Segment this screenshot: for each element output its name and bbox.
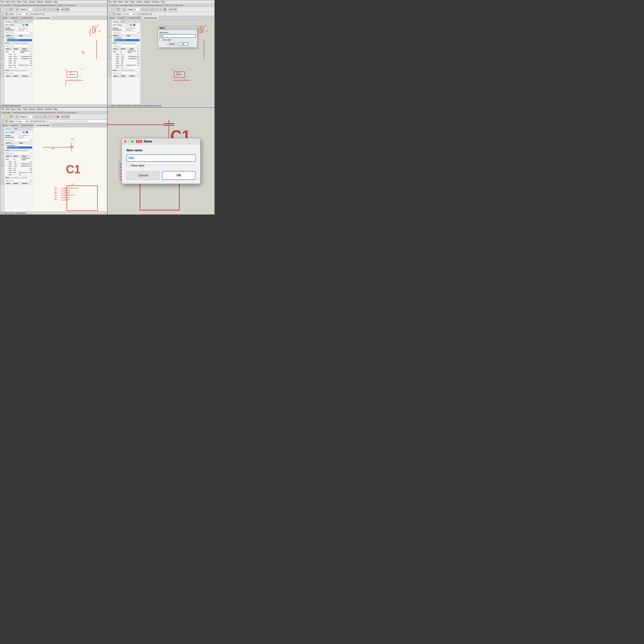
items-col-type-q1[interactable]: Type ▲ [5,75,13,77]
col-name-q1[interactable]: Name ▲ [5,35,19,37]
part-us1-q1[interactable]: →PartUS1LEDFAB1206ea [7,55,32,58]
tab-design-q2[interactable]: Design Manager [142,16,159,20]
browser-tab-browser-q1[interactable]: Browser [5,20,13,23]
vert-btn-warn[interactable]: ⚠ [1,74,4,77]
items-col-parent-q1[interactable]: Parent [22,75,32,77]
panel-refresh-btn-q1[interactable]: ↺ [27,20,30,23]
new-q3[interactable]: 📄 [1,115,5,119]
tab-selection-q2[interactable]: Selection Filter [127,16,142,20]
info-icon-q1[interactable]: ? [26,24,28,26]
vert-q3-warn[interactable]: ⚠ [1,181,4,185]
vert-q2-10[interactable]: AB [108,56,111,60]
part-us1-q3[interactable]: →PartUS1LEDFAB1206ea [7,163,32,165]
menu-file[interactable]: File [1,1,4,3]
zoom-btn-large[interactable] [131,140,134,143]
part-c1-q3[interactable]: →PartC1ea [7,161,32,163]
part-r2-q2[interactable]: →PartR2ea [114,62,139,64]
brd-q2[interactable]: BRD [173,7,177,11]
save-btn[interactable]: 💾 [9,7,13,11]
menu-help[interactable]: Help [53,1,58,3]
vert-btn-8[interactable]: T [1,49,4,52]
all-sheets-q3[interactable]: ▼All Sheets [5,144,32,146]
menu-edit-q2[interactable]: Edit [113,1,116,3]
part-us1-q2[interactable]: →PartUS1LEDFAB1206ea [114,55,139,58]
zoom-in-q3[interactable]: 🔍+ [34,115,38,119]
items-list-btn-q1[interactable]: ≡ [31,72,32,75]
filter-tab-q3[interactable]: Filter [13,127,19,130]
place-label-checkbox-small[interactable] [160,38,162,41]
open-btn[interactable]: 📂 [5,7,9,11]
parts-val-col-q3[interactable]: Value [22,155,32,157]
undo-btn[interactable]: ↩ [47,7,51,11]
filter-tab-q2[interactable]: Filter [120,20,126,23]
panel-more-btn-q1[interactable]: ⋯ [30,20,33,23]
zoom-in-q2[interactable]: 🔍+ [141,7,145,11]
part-r1-q3[interactable]: →PartR1ea [7,167,32,169]
search-inp-q3[interactable] [8,139,30,141]
command-input-q3[interactable] [47,120,106,123]
canvas-q1[interactable]: LEDFAB12 US2 S2 + 3 [33,20,107,104]
layer-select[interactable]: 91 Nets [15,12,28,16]
part-u1-q1[interactable]: PartU1ATTINY1614-SSNRA↑ [5,50,32,53]
parts-val-col-q2[interactable]: Value [129,48,139,50]
move-q2[interactable]: ✥ [112,12,115,16]
tab-sheets-q3[interactable]: Sheets [0,123,9,127]
vert-btn-2[interactable]: + [1,24,4,28]
canvas-q3[interactable]: C1 N$2 C1 U1 N$3 [33,127,107,212]
vert-btn-13[interactable]: ≈ [1,70,4,74]
part-us2-q2[interactable]: →PartUS2LEDFAB1206ea [114,58,139,60]
panel-more-btn-q2[interactable]: ⋯ [137,20,140,23]
items-col-name-q1[interactable]: Name [13,75,22,77]
zoom-in-btn[interactable]: 🔍+ [34,7,38,11]
menu-edit[interactable]: Edit [6,1,9,3]
save-q3[interactable]: 💾 [9,115,13,119]
stop-q3[interactable]: ⬤ [56,115,60,119]
parts-col-name-q1[interactable]: Name [13,48,22,50]
vert-q2-4[interactable]: ∿ [108,32,111,35]
col-name-q2[interactable]: Name ▲ [113,35,126,37]
arrow-btn[interactable]: ↖ [1,12,4,16]
menu-tools-q3[interactable]: Tools [23,108,27,110]
parts-col-value-q1[interactable]: Value [22,48,32,50]
all-sheets-q2[interactable]: ▼ All Sheets [113,37,139,39]
view-sel-q3[interactable]: Parts [9,131,25,134]
arrow-q2[interactable]: ↖ [108,12,111,16]
items-name-q2[interactable]: Name [120,75,129,77]
layer-sel-q3[interactable]: 91 Nets [15,120,28,123]
stop-btn[interactable]: ⬤ [56,7,60,11]
menu-window[interactable]: Window [45,1,52,3]
redo-q2[interactable]: ↪ [159,7,163,11]
part-s1-q2[interactable]: →PartS1 [114,66,139,68]
vert-btn-7[interactable]: ⎘ [1,44,4,48]
layer-select-q2[interactable]: 91 Nets [122,12,136,16]
tab-inspector-q3[interactable]: Inspector [9,123,20,127]
redo-btn[interactable]: ↪ [51,7,55,11]
part-r1-q1[interactable]: →PartR1ea [7,60,32,62]
browser-tab-q2[interactable]: Browser [112,20,120,23]
undo-q3[interactable]: ↩ [47,115,51,119]
part-c1-q1[interactable]: →PartC1ea [7,53,32,55]
vert-q3-13[interactable]: ≈ [1,177,4,181]
tab-design-q1[interactable]: Design Manager [35,16,52,20]
vert-q2-11[interactable]: ○ [108,61,111,65]
move-q3[interactable]: ✥ [5,120,8,123]
vert-btn-4[interactable]: ∿ [1,32,4,35]
brd-q3[interactable]: BRD [66,115,70,119]
vert-q2-5[interactable]: ⊞ [108,35,111,39]
vert-q3-2[interactable]: + [1,131,4,135]
menu-window-q3[interactable]: Window [45,108,52,110]
dialog-cancel-btn-large[interactable]: Cancel [126,171,160,180]
parts-list-btn-q1[interactable]: ≡ [31,45,32,47]
part-s1-q3[interactable]: →PartS1 [7,174,32,176]
vert-q2-8[interactable]: T [108,49,111,52]
items-list-q2[interactable]: ≡ [138,72,139,75]
zoom-fit-q2[interactable]: ⊞ [150,7,154,11]
menu-view[interactable]: View [17,1,21,3]
all-sheets-item-q1[interactable]: ▼ All Sheets [5,37,32,39]
vert-q2-9[interactable]: A [108,53,111,56]
view-select-q2[interactable]: Parts [117,23,133,26]
zoom-out-btn[interactable]: 🔍- [38,7,42,11]
view-select-q1[interactable]: Parts [9,23,25,26]
vert-q3-9[interactable]: A [1,160,4,164]
sheet-input[interactable] [26,8,32,11]
